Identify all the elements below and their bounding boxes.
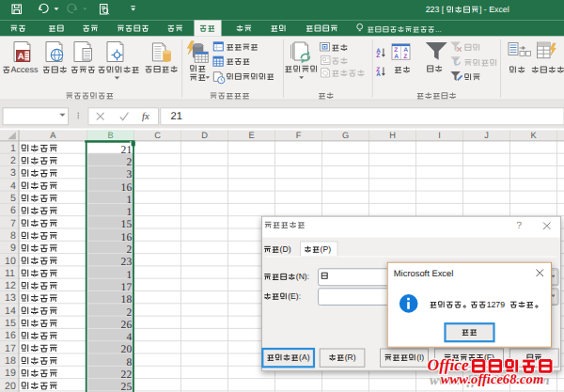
svg-text:20: 20: [5, 381, 16, 392]
svg-text:A: A: [394, 54, 399, 60]
svg-text:(P): (P): [321, 244, 332, 254]
svg-text:Microsoft Excel: Microsoft Excel: [394, 268, 454, 278]
svg-text:] - Excel: ] - Excel: [479, 5, 509, 14]
svg-text:3: 3: [10, 167, 16, 179]
svg-text:16: 16: [5, 330, 16, 341]
svg-text:I: I: [438, 131, 441, 140]
svg-text:C: C: [154, 131, 161, 140]
svg-text:11: 11: [5, 268, 15, 279]
svg-text:A: A: [18, 52, 24, 62]
svg-text:F: F: [296, 131, 302, 140]
svg-text:22: 22: [121, 368, 133, 381]
svg-text:13: 13: [5, 292, 16, 304]
svg-text:12: 12: [5, 280, 16, 291]
svg-text:D: D: [201, 131, 208, 140]
svg-text:A: A: [50, 131, 56, 140]
svg-text:(E):: (E):: [288, 291, 301, 301]
svg-text:26: 26: [121, 319, 133, 331]
svg-text:1: 1: [126, 269, 132, 281]
svg-text:1: 1: [126, 194, 132, 206]
svg-text:18: 18: [121, 293, 133, 306]
svg-text:(R): (R): [345, 353, 356, 362]
svg-text:8: 8: [10, 230, 16, 242]
svg-text:15: 15: [121, 218, 133, 230]
svg-text:2: 2: [126, 156, 132, 168]
svg-text:223 [: 223 [: [426, 5, 445, 14]
svg-text:19: 19: [5, 368, 16, 379]
svg-text:16: 16: [121, 181, 133, 194]
svg-text:K: K: [530, 131, 537, 140]
svg-text:17: 17: [5, 343, 16, 354]
svg-text:(D): (D): [280, 244, 291, 254]
svg-text:2: 2: [10, 155, 16, 166]
svg-text:J: J: [484, 131, 489, 140]
svg-text:?: ?: [516, 220, 522, 231]
svg-text:(N):: (N):: [296, 272, 309, 281]
svg-text:5: 5: [10, 193, 16, 204]
svg-text:Z: Z: [376, 53, 380, 59]
svg-text:Access: Access: [11, 65, 39, 74]
svg-text:21: 21: [171, 111, 182, 122]
svg-text:Z: Z: [403, 54, 407, 60]
svg-text:www.office68.com: www.office68.com: [441, 372, 543, 387]
svg-text:2: 2: [126, 306, 132, 319]
svg-text:16: 16: [121, 231, 133, 243]
svg-text:17: 17: [121, 281, 133, 293]
svg-text:7: 7: [10, 218, 16, 229]
svg-text:4: 4: [10, 180, 16, 192]
svg-text:10: 10: [5, 256, 16, 267]
svg-text:fx: fx: [142, 111, 149, 122]
svg-text:4: 4: [126, 331, 132, 343]
svg-text:18: 18: [5, 355, 16, 367]
svg-text:25: 25: [121, 381, 133, 392]
svg-text:(A): (A): [299, 353, 310, 362]
svg-text:9: 9: [10, 243, 16, 254]
svg-text:1: 1: [10, 143, 16, 154]
svg-text:1: 1: [126, 206, 132, 218]
svg-text:H: H: [389, 131, 396, 140]
svg-text:3: 3: [126, 168, 132, 180]
svg-text:(I): (I): [416, 353, 424, 362]
svg-text:23: 23: [121, 256, 133, 268]
svg-text:E: E: [248, 131, 254, 140]
svg-text:20: 20: [121, 343, 133, 355]
svg-text:A: A: [376, 71, 381, 78]
svg-text:G: G: [342, 131, 349, 140]
svg-text:2: 2: [126, 243, 132, 256]
svg-text:...: ...: [435, 25, 442, 34]
svg-text:1279: 1279: [487, 300, 505, 309]
svg-text:B: B: [107, 131, 113, 140]
svg-text:6: 6: [10, 205, 16, 216]
svg-text:15: 15: [5, 318, 16, 329]
svg-text:14: 14: [5, 306, 16, 317]
svg-text:8: 8: [126, 356, 132, 368]
